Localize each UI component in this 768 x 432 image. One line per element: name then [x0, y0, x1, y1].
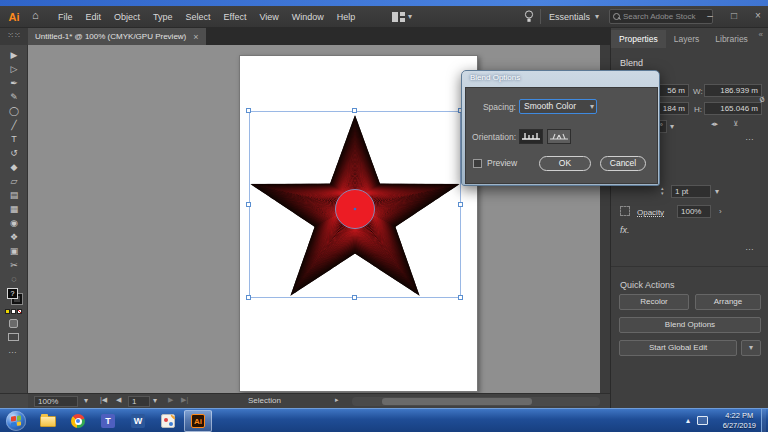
tab-close-icon[interactable]: × — [193, 32, 198, 42]
blend-tool[interactable]: ❖ — [0, 230, 28, 244]
align-to-page-button[interactable] — [519, 129, 543, 144]
opacity-field[interactable]: 100% — [677, 205, 711, 218]
transform-h-field[interactable]: 165.046 m — [704, 102, 762, 115]
opacity-label[interactable]: Opacity — [637, 208, 664, 217]
document-tab[interactable]: Untitled-1* @ 100% (CMYK/GPU Preview) × — [28, 28, 206, 45]
menu-window[interactable]: Window — [292, 12, 324, 22]
maximize-button[interactable]: □ — [727, 8, 741, 24]
flip-vertical-icon[interactable]: ⊻ — [733, 120, 738, 128]
flip-horizontal-icon[interactable]: ◂▸ — [711, 120, 718, 128]
horizontal-scrollbar[interactable] — [352, 397, 600, 406]
spacing-dropdown[interactable]: Smooth Color — [519, 99, 597, 114]
transform-w-field[interactable]: 186.939 m — [704, 84, 762, 97]
last-artboard-icon[interactable]: ▶| — [181, 396, 188, 404]
tab-libraries[interactable]: Libraries — [707, 30, 756, 48]
pen-tool[interactable]: ✒ — [0, 76, 28, 90]
arrange-documents-icon[interactable] — [392, 12, 405, 22]
zoom-level-field[interactable]: 100% — [34, 396, 78, 407]
tab-properties[interactable]: Properties — [611, 30, 666, 48]
stroke-weight-field[interactable]: 1 pt — [671, 185, 711, 198]
home-icon[interactable]: ⌂ — [32, 9, 39, 21]
fill-swatch[interactable]: ? — [7, 288, 18, 299]
cancel-button[interactable]: Cancel — [600, 156, 646, 171]
mesh-tool[interactable]: ▦ — [0, 202, 28, 216]
show-desktop-button[interactable] — [761, 409, 766, 432]
none-swatch-icon[interactable] — [17, 309, 22, 314]
stroke-chevron-icon[interactable] — [715, 186, 719, 196]
recolor-button[interactable]: Recolor — [619, 294, 689, 310]
selection-handle[interactable] — [352, 108, 357, 113]
minimize-button[interactable]: – — [703, 8, 717, 24]
tray-device-icon[interactable] — [697, 416, 708, 425]
opacity-arrow-icon[interactable]: › — [719, 207, 722, 216]
status-flyout-icon[interactable]: ▸ — [335, 396, 339, 404]
menu-object[interactable]: Object — [114, 12, 140, 22]
workspace-chevron-icon[interactable] — [595, 11, 599, 21]
rotate-chevron-icon[interactable] — [670, 121, 674, 131]
appearance-more-icon[interactable]: … — [745, 242, 755, 252]
global-edit-chevron-button[interactable] — [741, 340, 761, 356]
prev-artboard-icon[interactable]: ◀ — [116, 396, 121, 404]
workspace-switcher[interactable]: Essentials — [549, 12, 590, 22]
artboard-tool[interactable]: ▣ — [0, 244, 28, 258]
scale-tool[interactable]: ▱ — [0, 174, 28, 188]
menu-select[interactable]: Select — [186, 12, 211, 22]
menu-view[interactable]: View — [259, 12, 278, 22]
arrange-documents-chevron-icon[interactable] — [408, 11, 412, 21]
selection-tool[interactable]: ▶ — [0, 48, 28, 62]
selection-handle[interactable] — [458, 202, 463, 207]
curvature-tool[interactable]: ✎ — [0, 90, 28, 104]
eyedropper-tool[interactable]: ◉ — [0, 216, 28, 230]
start-button[interactable] — [6, 411, 26, 431]
rotate-tool[interactable]: ↺ — [0, 146, 28, 160]
menu-edit[interactable]: Edit — [86, 12, 102, 22]
menu-type[interactable]: Type — [153, 12, 173, 22]
selection-handle[interactable] — [246, 295, 251, 300]
type-tool[interactable]: T — [0, 132, 28, 146]
selection-handle[interactable] — [458, 295, 463, 300]
slice-tool[interactable]: ✂ — [0, 258, 28, 272]
drawing-mode-icon[interactable] — [9, 319, 18, 328]
eraser-tool[interactable]: ◆ — [0, 160, 28, 174]
tray-expand-icon[interactable]: ▴ — [686, 416, 690, 425]
zoom-tool[interactable]: ◌ — [0, 272, 28, 286]
fx-button[interactable]: fx. — [620, 225, 630, 235]
artboard-number-field[interactable]: 1 — [128, 396, 150, 407]
taskbar-teams[interactable]: T — [94, 410, 122, 432]
selection-handle[interactable] — [246, 108, 251, 113]
tools-panel-header[interactable]: ⁙⁙ — [0, 28, 28, 45]
menu-file[interactable]: File — [58, 12, 73, 22]
taskbar-paint[interactable] — [154, 410, 182, 432]
adobe-stock-search[interactable] — [609, 9, 713, 24]
transform-more-icon[interactable]: … — [745, 132, 755, 142]
discover-lightbulb-icon[interactable] — [524, 10, 534, 23]
blend-options-button[interactable]: Blend Options — [619, 317, 761, 333]
taskbar-explorer[interactable] — [34, 410, 62, 432]
taskbar-clock[interactable]: 4:22 PM 6/27/2019 — [723, 411, 756, 431]
gradient-swatch-icon[interactable] — [11, 309, 16, 314]
search-input[interactable] — [623, 12, 709, 21]
close-button[interactable]: × — [751, 8, 765, 24]
horizontal-scrollbar-thumb[interactable] — [382, 398, 532, 405]
direct-selection-tool[interactable]: ▷ — [0, 62, 28, 76]
ok-button[interactable]: OK — [539, 156, 591, 171]
zoom-chevron-icon[interactable] — [84, 396, 88, 405]
menu-effect[interactable]: Effect — [224, 12, 247, 22]
screen-mode-icon[interactable] — [8, 333, 19, 341]
stroke-stepper-icon[interactable]: ▴▾ — [661, 186, 664, 196]
preview-checkbox[interactable] — [473, 159, 482, 168]
selection-handle[interactable] — [246, 202, 251, 207]
taskbar-word[interactable]: W — [124, 410, 152, 432]
first-artboard-icon[interactable]: |◀ — [100, 396, 107, 404]
arrange-button[interactable]: Arrange — [695, 294, 761, 310]
lasso-tool[interactable]: ◯ — [0, 104, 28, 118]
taskbar-chrome[interactable] — [64, 410, 92, 432]
menu-help[interactable]: Help — [337, 12, 356, 22]
start-global-edit-button[interactable]: Start Global Edit — [619, 340, 737, 356]
artboard-chevron-icon[interactable] — [153, 396, 157, 405]
edit-toolbar-more-icon[interactable]: … — [8, 345, 17, 355]
color-swatch-icon[interactable] — [5, 309, 10, 314]
width-tool[interactable]: ▤ — [0, 188, 28, 202]
tab-layers[interactable]: Layers — [666, 30, 708, 48]
paintbrush-tool[interactable]: ╱ — [0, 118, 28, 132]
